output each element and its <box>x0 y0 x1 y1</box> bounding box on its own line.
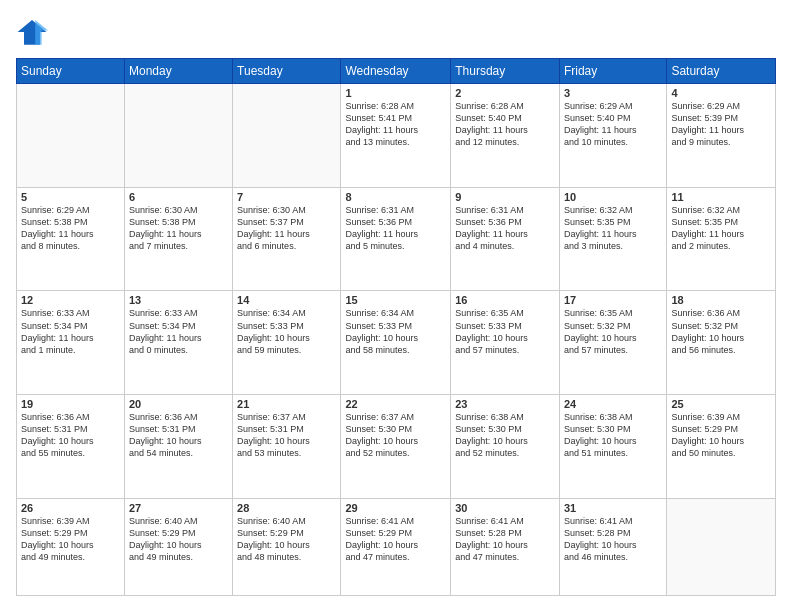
calendar-cell: 18Sunrise: 6:36 AM Sunset: 5:32 PM Dayli… <box>667 291 776 395</box>
calendar-cell: 8Sunrise: 6:31 AM Sunset: 5:36 PM Daylig… <box>341 187 451 291</box>
calendar-cell <box>17 84 125 188</box>
day-number: 10 <box>564 191 663 203</box>
calendar-cell: 4Sunrise: 6:29 AM Sunset: 5:39 PM Daylig… <box>667 84 776 188</box>
cell-content: Sunrise: 6:40 AM Sunset: 5:29 PM Dayligh… <box>129 515 228 564</box>
day-number: 30 <box>455 502 555 514</box>
calendar-cell: 1Sunrise: 6:28 AM Sunset: 5:41 PM Daylig… <box>341 84 451 188</box>
day-number: 24 <box>564 398 663 410</box>
calendar-cell: 23Sunrise: 6:38 AM Sunset: 5:30 PM Dayli… <box>451 395 560 499</box>
calendar-cell: 5Sunrise: 6:29 AM Sunset: 5:38 PM Daylig… <box>17 187 125 291</box>
day-number: 29 <box>345 502 446 514</box>
day-number: 28 <box>237 502 336 514</box>
cell-content: Sunrise: 6:35 AM Sunset: 5:33 PM Dayligh… <box>455 307 555 356</box>
calendar-cell: 16Sunrise: 6:35 AM Sunset: 5:33 PM Dayli… <box>451 291 560 395</box>
day-number: 11 <box>671 191 771 203</box>
cell-content: Sunrise: 6:39 AM Sunset: 5:29 PM Dayligh… <box>671 411 771 460</box>
day-number: 27 <box>129 502 228 514</box>
page: SundayMondayTuesdayWednesdayThursdayFrid… <box>0 0 792 612</box>
calendar-cell: 10Sunrise: 6:32 AM Sunset: 5:35 PM Dayli… <box>559 187 667 291</box>
cell-content: Sunrise: 6:32 AM Sunset: 5:35 PM Dayligh… <box>671 204 771 253</box>
week-row-0: 1Sunrise: 6:28 AM Sunset: 5:41 PM Daylig… <box>17 84 776 188</box>
cell-content: Sunrise: 6:36 AM Sunset: 5:32 PM Dayligh… <box>671 307 771 356</box>
cell-content: Sunrise: 6:35 AM Sunset: 5:32 PM Dayligh… <box>564 307 663 356</box>
calendar-cell: 7Sunrise: 6:30 AM Sunset: 5:37 PM Daylig… <box>233 187 341 291</box>
day-number: 23 <box>455 398 555 410</box>
cell-content: Sunrise: 6:28 AM Sunset: 5:41 PM Dayligh… <box>345 100 446 149</box>
weekday-header-monday: Monday <box>124 59 232 84</box>
calendar-cell: 26Sunrise: 6:39 AM Sunset: 5:29 PM Dayli… <box>17 498 125 595</box>
day-number: 26 <box>21 502 120 514</box>
weekday-header-friday: Friday <box>559 59 667 84</box>
cell-content: Sunrise: 6:40 AM Sunset: 5:29 PM Dayligh… <box>237 515 336 564</box>
cell-content: Sunrise: 6:34 AM Sunset: 5:33 PM Dayligh… <box>237 307 336 356</box>
day-number: 15 <box>345 294 446 306</box>
calendar-cell: 6Sunrise: 6:30 AM Sunset: 5:38 PM Daylig… <box>124 187 232 291</box>
day-number: 1 <box>345 87 446 99</box>
calendar-cell: 17Sunrise: 6:35 AM Sunset: 5:32 PM Dayli… <box>559 291 667 395</box>
day-number: 18 <box>671 294 771 306</box>
logo <box>16 16 52 48</box>
cell-content: Sunrise: 6:33 AM Sunset: 5:34 PM Dayligh… <box>129 307 228 356</box>
calendar-cell: 24Sunrise: 6:38 AM Sunset: 5:30 PM Dayli… <box>559 395 667 499</box>
day-number: 2 <box>455 87 555 99</box>
cell-content: Sunrise: 6:29 AM Sunset: 5:40 PM Dayligh… <box>564 100 663 149</box>
calendar-cell: 19Sunrise: 6:36 AM Sunset: 5:31 PM Dayli… <box>17 395 125 499</box>
day-number: 9 <box>455 191 555 203</box>
day-number: 16 <box>455 294 555 306</box>
day-number: 8 <box>345 191 446 203</box>
calendar-cell: 22Sunrise: 6:37 AM Sunset: 5:30 PM Dayli… <box>341 395 451 499</box>
cell-content: Sunrise: 6:38 AM Sunset: 5:30 PM Dayligh… <box>564 411 663 460</box>
day-number: 14 <box>237 294 336 306</box>
week-row-2: 12Sunrise: 6:33 AM Sunset: 5:34 PM Dayli… <box>17 291 776 395</box>
calendar-cell: 21Sunrise: 6:37 AM Sunset: 5:31 PM Dayli… <box>233 395 341 499</box>
svg-marker-1 <box>35 20 48 45</box>
day-number: 12 <box>21 294 120 306</box>
week-row-1: 5Sunrise: 6:29 AM Sunset: 5:38 PM Daylig… <box>17 187 776 291</box>
cell-content: Sunrise: 6:31 AM Sunset: 5:36 PM Dayligh… <box>345 204 446 253</box>
calendar-cell <box>667 498 776 595</box>
cell-content: Sunrise: 6:37 AM Sunset: 5:31 PM Dayligh… <box>237 411 336 460</box>
day-number: 3 <box>564 87 663 99</box>
day-number: 21 <box>237 398 336 410</box>
day-number: 13 <box>129 294 228 306</box>
calendar-cell: 25Sunrise: 6:39 AM Sunset: 5:29 PM Dayli… <box>667 395 776 499</box>
calendar-cell: 14Sunrise: 6:34 AM Sunset: 5:33 PM Dayli… <box>233 291 341 395</box>
day-number: 19 <box>21 398 120 410</box>
cell-content: Sunrise: 6:41 AM Sunset: 5:28 PM Dayligh… <box>455 515 555 564</box>
cell-content: Sunrise: 6:30 AM Sunset: 5:38 PM Dayligh… <box>129 204 228 253</box>
calendar-cell: 9Sunrise: 6:31 AM Sunset: 5:36 PM Daylig… <box>451 187 560 291</box>
day-number: 22 <box>345 398 446 410</box>
cell-content: Sunrise: 6:34 AM Sunset: 5:33 PM Dayligh… <box>345 307 446 356</box>
cell-content: Sunrise: 6:37 AM Sunset: 5:30 PM Dayligh… <box>345 411 446 460</box>
calendar-cell: 12Sunrise: 6:33 AM Sunset: 5:34 PM Dayli… <box>17 291 125 395</box>
weekday-header-tuesday: Tuesday <box>233 59 341 84</box>
cell-content: Sunrise: 6:31 AM Sunset: 5:36 PM Dayligh… <box>455 204 555 253</box>
day-number: 4 <box>671 87 771 99</box>
day-number: 31 <box>564 502 663 514</box>
cell-content: Sunrise: 6:36 AM Sunset: 5:31 PM Dayligh… <box>129 411 228 460</box>
calendar-cell: 29Sunrise: 6:41 AM Sunset: 5:29 PM Dayli… <box>341 498 451 595</box>
cell-content: Sunrise: 6:36 AM Sunset: 5:31 PM Dayligh… <box>21 411 120 460</box>
calendar-cell: 13Sunrise: 6:33 AM Sunset: 5:34 PM Dayli… <box>124 291 232 395</box>
weekday-header-sunday: Sunday <box>17 59 125 84</box>
week-row-4: 26Sunrise: 6:39 AM Sunset: 5:29 PM Dayli… <box>17 498 776 595</box>
weekday-header-wednesday: Wednesday <box>341 59 451 84</box>
day-number: 20 <box>129 398 228 410</box>
cell-content: Sunrise: 6:29 AM Sunset: 5:39 PM Dayligh… <box>671 100 771 149</box>
header <box>16 16 776 48</box>
day-number: 7 <box>237 191 336 203</box>
cell-content: Sunrise: 6:41 AM Sunset: 5:29 PM Dayligh… <box>345 515 446 564</box>
day-number: 25 <box>671 398 771 410</box>
cell-content: Sunrise: 6:33 AM Sunset: 5:34 PM Dayligh… <box>21 307 120 356</box>
cell-content: Sunrise: 6:39 AM Sunset: 5:29 PM Dayligh… <box>21 515 120 564</box>
weekday-header-row: SundayMondayTuesdayWednesdayThursdayFrid… <box>17 59 776 84</box>
logo-icon <box>16 16 48 48</box>
cell-content: Sunrise: 6:29 AM Sunset: 5:38 PM Dayligh… <box>21 204 120 253</box>
cell-content: Sunrise: 6:38 AM Sunset: 5:30 PM Dayligh… <box>455 411 555 460</box>
calendar-cell: 30Sunrise: 6:41 AM Sunset: 5:28 PM Dayli… <box>451 498 560 595</box>
cell-content: Sunrise: 6:32 AM Sunset: 5:35 PM Dayligh… <box>564 204 663 253</box>
svg-marker-0 <box>18 20 47 45</box>
calendar-cell: 31Sunrise: 6:41 AM Sunset: 5:28 PM Dayli… <box>559 498 667 595</box>
calendar-cell <box>124 84 232 188</box>
day-number: 17 <box>564 294 663 306</box>
